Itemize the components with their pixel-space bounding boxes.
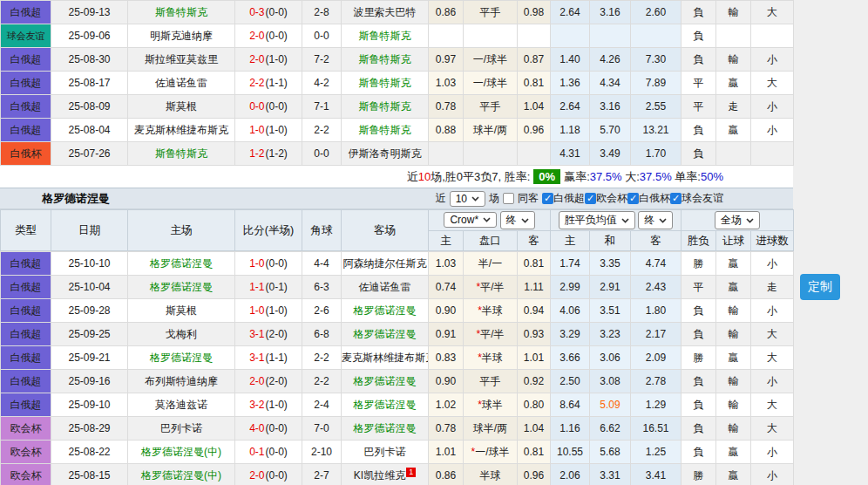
summary-text: 单率:	[672, 169, 701, 185]
date-cell: 25-09-06	[51, 24, 128, 48]
team-name: 斯莫根	[166, 100, 197, 113]
team-name: 麦克斯林维捷布斯克	[342, 352, 429, 364]
result-cell: 勝	[682, 464, 716, 485]
result-cell: 負	[682, 393, 716, 417]
ah-away-odds-cell: 0.98	[518, 1, 551, 24]
league-cell: 欧会杯	[1, 464, 51, 485]
league-checkbox[interactable]: ✓	[585, 193, 596, 204]
team-name: 格罗德诺涅曼	[150, 257, 213, 270]
handicap-result-cell: 輸	[716, 393, 751, 417]
goals-result-cell: 大	[751, 417, 794, 441]
same-away-checkbox[interactable]	[503, 193, 514, 204]
match-row: 白俄超25-09-21格罗德诺涅曼3-1(1-1)2-2麦克斯林维捷布斯克0.8…	[1, 346, 794, 370]
scope-select[interactable]: 全场	[715, 211, 760, 229]
handicap-cell: *半球	[464, 346, 518, 370]
eu-away-odds-cell: 2.78	[631, 370, 682, 393]
date-cell: 25-08-09	[51, 95, 128, 119]
ah-odds-selects-cell: Crow* 终	[429, 210, 551, 231]
handicap-cell: 平手	[464, 95, 518, 119]
league-checkbox[interactable]: ✓	[542, 193, 553, 204]
bookmaker-select[interactable]: Crow*	[444, 212, 497, 228]
eu-away-odds-cell: 1.25	[631, 441, 682, 464]
score-cell: 4-0(0-0)	[235, 417, 302, 441]
section-title: 格罗德诺涅曼	[42, 191, 110, 207]
league-cell: 欧会杯	[1, 441, 51, 464]
away-team-cell: 斯鲁特斯克	[342, 24, 429, 48]
summary-text: 大:	[622, 169, 640, 185]
near-count-select[interactable]: 10	[450, 191, 485, 207]
ah-time-select[interactable]: 终	[500, 211, 535, 229]
team-name: 阿森纳捷尔任斯克	[343, 257, 427, 270]
fulltime-score: 0-3	[249, 6, 264, 18]
team-name: 格罗德诺涅曼	[354, 399, 417, 411]
ah-away-odds-cell: 0.87	[518, 48, 551, 72]
ah-home-odds-cell: 0.88	[429, 119, 464, 142]
ah-away-odds-cell: 0.81	[518, 252, 551, 276]
date-cell: 25-09-25	[51, 323, 128, 346]
same-away-label: 同客	[518, 191, 539, 206]
eu-draw-odds-cell: 3.51	[590, 299, 631, 323]
handicap-result-cell: 贏	[716, 72, 751, 95]
eu-time-select-value: 终	[644, 213, 654, 228]
score-cell: 2-0(0-0)	[235, 464, 302, 485]
customize-button[interactable]: 定制	[800, 274, 840, 300]
halftime-score: (1-2)	[266, 147, 288, 160]
handicap-result-cell: 輸	[716, 48, 751, 72]
team-name: 斯鲁特斯克	[359, 124, 411, 136]
away-team-cell: 阿森纳捷尔任斯克	[342, 252, 429, 276]
league-checkbox[interactable]: ✓	[670, 193, 682, 204]
eu-draw-odds-cell: 5.70	[590, 119, 631, 142]
chevron-down-icon	[621, 218, 629, 223]
corner-cell: 2-8	[302, 1, 342, 24]
fulltime-score: 2-0	[249, 30, 264, 42]
match-row: 白俄超25-09-10莫洛迪兹诺3-2(1-0)2-4格罗德诺涅曼1.02*球半…	[1, 393, 794, 417]
score-cell: 2-0(1-0)	[235, 48, 302, 72]
away-team-cell: 波里索夫巴特	[342, 1, 429, 24]
summary-text: 赢率:	[564, 169, 590, 185]
goals-result-cell: 小	[751, 464, 794, 485]
ah-home-odds-cell: 1.03	[429, 72, 464, 95]
league-filter-group: ✓白俄超✓欧会杯✓白俄杯✓球会友谊	[542, 191, 723, 206]
eu-time-select[interactable]: 终	[638, 211, 673, 229]
fulltime-score: 1-0	[249, 304, 264, 317]
result-cell: 負	[682, 299, 716, 323]
home-team-cell: 麦克斯林维捷布斯克	[128, 119, 235, 142]
summary-value: 37.5%	[590, 170, 622, 183]
subcol-handicap-result: 让球	[716, 231, 751, 251]
eu-away-odds-cell: 4.74	[631, 252, 682, 276]
date-cell: 25-08-22	[51, 441, 128, 464]
halftime-score: (0-0)	[266, 422, 288, 434]
home-team-cell: 格罗德诺涅曼	[128, 346, 235, 370]
away-team-cell: 伊斯洛奇明斯克	[342, 142, 429, 166]
handicap-cell: 球半/两	[464, 119, 518, 142]
games-label: 场	[489, 191, 499, 206]
subcol-ah-away: 客	[518, 231, 551, 251]
changed-handicap-marker: *	[478, 399, 482, 411]
eu-home-odds-cell: 3.66	[551, 346, 590, 370]
corner-cell: 2-7	[302, 464, 342, 485]
ah-home-odds-cell: 0.90	[429, 370, 464, 393]
win-rate-badge: 0%	[533, 169, 560, 184]
eu-away-odds-cell: 2.55	[631, 95, 682, 119]
team-name: 格罗德诺涅曼	[150, 352, 213, 364]
eu-home-odds-cell: 2.64	[551, 1, 590, 24]
score-cell: 2-2(1-1)	[235, 72, 302, 95]
eu-odds-type-select[interactable]: 胜平负均值	[559, 211, 635, 229]
corner-cell: 7-2	[302, 48, 342, 72]
handicap-result-cell: 輸	[716, 417, 751, 441]
eu-home-odds-cell: 1.18	[551, 119, 590, 142]
eu-draw-odds-cell: 3.31	[590, 464, 631, 485]
halftime-score: (2-0)	[266, 375, 288, 387]
corner-cell: 6-3	[302, 276, 342, 299]
handicap-cell: 半球	[464, 464, 518, 485]
corner-cell: 2-4	[302, 393, 342, 417]
score-cell: 3-2(1-0)	[235, 393, 302, 417]
league-checkbox-label: 欧会杯	[596, 191, 627, 206]
ah-away-odds-cell: 0.93	[518, 323, 551, 346]
changed-handicap-marker: *	[478, 352, 482, 364]
eu-away-odds-cell: 1.29	[631, 393, 682, 417]
handicap-cell: 球半/两	[464, 417, 518, 441]
team-name: 佐迪诺鱼雷	[155, 77, 207, 89]
league-checkbox[interactable]: ✓	[627, 193, 639, 204]
team-name: 格罗德诺涅曼(中)	[141, 446, 221, 458]
